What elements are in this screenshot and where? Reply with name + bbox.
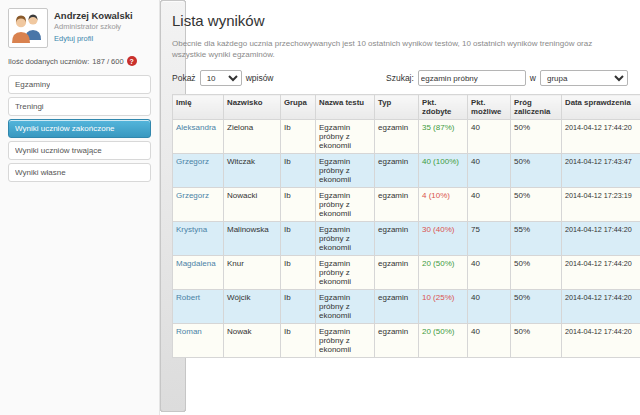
cell-first-name[interactable]: Robert bbox=[173, 290, 224, 324]
column-header[interactable]: Próg zaliczenia bbox=[511, 95, 562, 120]
sidebar-item-treningi[interactable]: Treningi bbox=[8, 97, 151, 116]
sidebar-item-wyniki-uczniow-trwajace[interactable]: Wyniki uczniów trwające bbox=[8, 141, 151, 160]
main-content: Lista wyników Obecnie dla każdego ucznia… bbox=[160, 0, 640, 415]
edit-profile-link[interactable]: Edytuj profil bbox=[54, 34, 133, 43]
cell-date-checked: 2014-04-12 17:44:20 bbox=[562, 324, 640, 358]
cell-group: Ib bbox=[281, 120, 316, 154]
cell-last-name: Knur bbox=[224, 256, 281, 290]
cell-first-name[interactable]: Roman bbox=[173, 324, 224, 358]
two-people-avatar-icon bbox=[9, 9, 45, 45]
table-row: Aleksandra Zielona Ib Egzamin próbny z e… bbox=[173, 120, 640, 154]
search-label: Szukaj: bbox=[386, 73, 414, 83]
cell-points-earned: 20 (50%) bbox=[419, 324, 468, 358]
sidebar-item-egzaminy[interactable]: Egzaminy bbox=[8, 75, 151, 94]
cell-first-name[interactable]: Krystyna bbox=[173, 222, 224, 256]
column-header[interactable]: Nazwa testu bbox=[316, 95, 375, 120]
cell-test-name: Egzamin próbny z ekonomii bbox=[316, 222, 375, 256]
cell-points-earned: 10 (25%) bbox=[419, 290, 468, 324]
cell-first-name[interactable]: Magdalena bbox=[173, 256, 224, 290]
column-header[interactable]: Pkt. możliwe bbox=[468, 95, 511, 120]
cell-type: egzamin bbox=[375, 324, 419, 358]
table-row: Grzegorz Witczak Ib Egzamin próbny z eko… bbox=[173, 154, 640, 188]
cell-points-possible: 40 bbox=[468, 290, 511, 324]
cell-group: Ib bbox=[281, 188, 316, 222]
cell-type: egzamin bbox=[375, 222, 419, 256]
avatar bbox=[8, 8, 48, 48]
cell-points-earned: 40 (100%) bbox=[419, 154, 468, 188]
cell-date-checked: 2014-04-12 17:44:20 bbox=[562, 120, 640, 154]
cell-pass-threshold: 50% bbox=[511, 120, 562, 154]
sidebar-item-wyniki-wlasne[interactable]: Wyniki własne bbox=[8, 163, 151, 182]
help-icon[interactable]: ? bbox=[127, 56, 137, 66]
cell-type: egzamin bbox=[375, 256, 419, 290]
cell-points-possible: 40 bbox=[468, 324, 511, 358]
results-table: ImięNazwiskoGrupaNazwa testuTypPkt. zdob… bbox=[172, 94, 640, 358]
table-row: Robert Wójcik Ib Egzamin próbny z ekonom… bbox=[173, 290, 640, 324]
page-length-control: Pokaż 10 wpisów bbox=[172, 70, 274, 86]
user-info: Andrzej Kowalski Administrator szkoły Ed… bbox=[54, 8, 133, 48]
cell-group: Ib bbox=[281, 324, 316, 358]
cell-points-possible: 40 bbox=[468, 120, 511, 154]
page-length-select[interactable]: 10 bbox=[200, 70, 242, 86]
cell-last-name: Nowacki bbox=[224, 188, 281, 222]
cell-first-name[interactable]: Grzegorz bbox=[173, 154, 224, 188]
search-filter-select[interactable]: grupa bbox=[540, 70, 628, 86]
cell-last-name: Zielona bbox=[224, 120, 281, 154]
cell-last-name: Malinowska bbox=[224, 222, 281, 256]
cell-group: Ib bbox=[281, 154, 316, 188]
sidebar: Andrzej Kowalski Administrator szkoły Ed… bbox=[0, 0, 160, 415]
cell-test-name: Egzamin próbny z ekonomii bbox=[316, 290, 375, 324]
column-header[interactable]: Grupa bbox=[281, 95, 316, 120]
cell-points-possible: 40 bbox=[468, 154, 511, 188]
user-role: Administrator szkoły bbox=[54, 22, 133, 31]
cell-date-checked: 2014-04-12 17:44:20 bbox=[562, 256, 640, 290]
students-count: Ilość dodanych uczniów: 187 / 600 ? bbox=[8, 56, 151, 66]
cell-points-earned: 20 (50%) bbox=[419, 256, 468, 290]
cell-first-name[interactable]: Grzegorz bbox=[173, 188, 224, 222]
table-row: Magdalena Knur Ib Egzamin próbny z ekono… bbox=[173, 256, 640, 290]
search-in-label: w bbox=[530, 73, 536, 83]
cell-points-earned: 4 (10%) bbox=[419, 188, 468, 222]
cell-group: Ib bbox=[281, 256, 316, 290]
cell-points-possible: 75 bbox=[468, 222, 511, 256]
column-header[interactable]: Pkt. zdobyte bbox=[419, 95, 468, 120]
column-header[interactable]: Imię bbox=[173, 95, 224, 120]
cell-date-checked: 2014-04-12 17:44:20 bbox=[562, 290, 640, 324]
cell-test-name: Egzamin próbny z ekonomii bbox=[316, 154, 375, 188]
column-header[interactable]: Nazwisko bbox=[224, 95, 281, 120]
app-root: Andrzej Kowalski Administrator szkoły Ed… bbox=[0, 0, 640, 415]
cell-points-possible: 40 bbox=[468, 256, 511, 290]
info-text: Obecnie dla każdego ucznia przechowywany… bbox=[172, 38, 628, 60]
cell-first-name[interactable]: Aleksandra bbox=[173, 120, 224, 154]
cell-test-name: Egzamin próbny z ekonomii bbox=[316, 256, 375, 290]
user-profile: Andrzej Kowalski Administrator szkoły Ed… bbox=[8, 8, 151, 48]
students-count-label: Ilość dodanych uczniów: bbox=[8, 57, 89, 66]
cell-pass-threshold: 50% bbox=[511, 188, 562, 222]
search-input[interactable] bbox=[418, 70, 526, 86]
cell-pass-threshold: 50% bbox=[511, 324, 562, 358]
entries-label: wpisów bbox=[246, 73, 274, 83]
cell-test-name: Egzamin próbny z ekonomii bbox=[316, 120, 375, 154]
cell-points-possible: 40 bbox=[468, 188, 511, 222]
cell-last-name: Witczak bbox=[224, 154, 281, 188]
column-header[interactable]: Data sprawdzenia bbox=[562, 95, 640, 120]
cell-last-name: Nowak bbox=[224, 324, 281, 358]
table-controls: Pokaż 10 wpisów Szukaj: w grupa bbox=[172, 70, 628, 86]
cell-type: egzamin bbox=[375, 290, 419, 324]
cell-type: egzamin bbox=[375, 188, 419, 222]
cell-date-checked: 2014-04-12 17:44:20 bbox=[562, 222, 640, 256]
sidebar-menu: Strona główna Nauczyciele Grupy Uczniowi… bbox=[8, 75, 151, 182]
sidebar-item-wyniki-uczniow-zakonczone[interactable]: Wyniki uczniów zakończone bbox=[8, 119, 151, 138]
table-header-row: ImięNazwiskoGrupaNazwa testuTypPkt. zdob… bbox=[173, 95, 640, 120]
cell-last-name: Wójcik bbox=[224, 290, 281, 324]
cell-test-name: Egzamin próbny z ekonomii bbox=[316, 188, 375, 222]
search-control: Szukaj: w grupa bbox=[386, 70, 628, 86]
cell-group: Ib bbox=[281, 222, 316, 256]
page-title: Lista wyników bbox=[172, 12, 628, 29]
cell-date-checked: 2014-04-12 17:23:19 bbox=[562, 188, 640, 222]
column-header[interactable]: Typ bbox=[375, 95, 419, 120]
cell-test-name: Egzamin próbny z ekonomii bbox=[316, 324, 375, 358]
students-count-value: 187 / 600 bbox=[92, 57, 123, 66]
user-name: Andrzej Kowalski bbox=[54, 10, 133, 21]
cell-pass-threshold: 50% bbox=[511, 290, 562, 324]
